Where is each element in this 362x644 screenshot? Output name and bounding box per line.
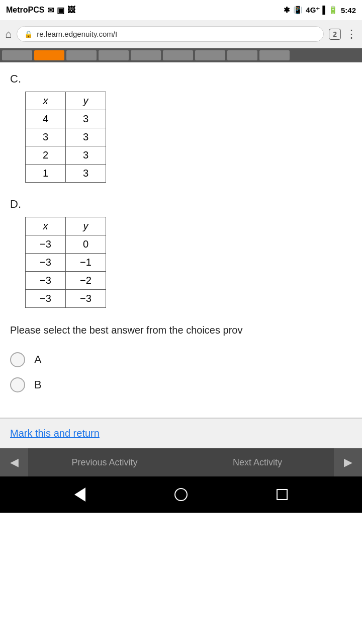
android-recents-button[interactable] xyxy=(277,489,288,500)
option-c-section: C. x y 43332313 xyxy=(10,72,352,183)
url-box[interactable]: 🔒 re.learn.edgenuity.com/I xyxy=(17,26,324,42)
photo-icon: 🖼 xyxy=(67,6,75,15)
cell-y: −1 xyxy=(66,254,106,272)
cell-y: −2 xyxy=(66,272,106,290)
cell-x: −3 xyxy=(26,272,66,290)
tab-count[interactable]: 2 xyxy=(329,29,341,40)
status-left: MetroPCS ✉ ▣ 🖼 xyxy=(6,6,75,15)
choices-container: A B xyxy=(10,352,352,392)
table-row: −3−1 xyxy=(26,254,106,272)
table-row: 13 xyxy=(26,165,106,183)
cell-x: −3 xyxy=(26,290,66,308)
tab-strip-item-7[interactable] xyxy=(195,50,225,60)
prev-activity-label[interactable]: Previous Activity xyxy=(28,457,181,468)
tab-strip-item-2[interactable] xyxy=(34,50,64,60)
option-d-header-x: x xyxy=(26,217,66,235)
table-row: −3−2 xyxy=(26,272,106,290)
mark-return-button[interactable]: Mark this and return xyxy=(10,428,100,439)
cell-x: 1 xyxy=(26,165,66,183)
email-icon: ✉ xyxy=(47,6,54,15)
tab-strip-item-8[interactable] xyxy=(227,50,257,60)
cell-y: 3 xyxy=(66,146,106,165)
browser-menu-icon[interactable]: ⋮ xyxy=(346,28,357,41)
cell-x: 2 xyxy=(26,146,66,165)
cell-x: 3 xyxy=(26,128,66,146)
browser-home-button[interactable]: ⌂ xyxy=(5,28,12,41)
tab-strip-item-9[interactable] xyxy=(259,50,290,60)
lock-icon: 🔒 xyxy=(24,30,33,38)
cell-y: −3 xyxy=(66,290,106,308)
option-c-label: C. xyxy=(10,72,352,86)
table-row: 33 xyxy=(26,128,106,146)
tab-strip xyxy=(0,48,362,62)
tab-strip-item-3[interactable] xyxy=(66,50,97,60)
mark-return-bar: Mark this and return xyxy=(0,418,362,448)
option-d-header-y: y xyxy=(66,217,106,235)
radio-button-b[interactable] xyxy=(10,377,25,392)
signal-4g-icon: 4G⁺▐ xyxy=(306,6,325,15)
battery-icon: 🔋 xyxy=(328,6,338,15)
radio-label-b: B xyxy=(34,378,42,391)
cell-y: 3 xyxy=(66,165,106,183)
tab-strip-item-5[interactable] xyxy=(131,50,161,60)
android-nav-bar xyxy=(0,476,362,513)
option-d-table: x y −30−3−1−3−2−3−3 xyxy=(25,217,106,308)
option-d-label: D. xyxy=(10,198,352,211)
radio-button-a[interactable] xyxy=(10,352,25,367)
table-row: 23 xyxy=(26,146,106,165)
radio-option-b[interactable]: B xyxy=(10,377,352,392)
cell-x: −3 xyxy=(26,235,66,254)
cell-y: 3 xyxy=(66,128,106,146)
tab-strip-item-6[interactable] xyxy=(163,50,193,60)
clock: 5:42 xyxy=(341,6,356,15)
activity-nav-bar: ◀ Previous Activity Next Activity ▶ xyxy=(0,448,362,476)
home-circle-icon xyxy=(174,488,188,501)
cell-y: 0 xyxy=(66,235,106,254)
option-c-header-x: x xyxy=(26,92,66,110)
back-triangle-icon xyxy=(74,488,85,502)
radio-option-a[interactable]: A xyxy=(10,352,352,367)
status-bar: MetroPCS ✉ ▣ 🖼 ✱ 📳 4G⁺▐ 🔋 5:42 xyxy=(0,0,362,20)
cell-y: 3 xyxy=(66,110,106,128)
carrier-text: MetroPCS xyxy=(6,6,44,15)
tab-strip-item-1[interactable] xyxy=(2,50,32,60)
vibrate-icon: 📳 xyxy=(293,6,303,15)
cell-x: 4 xyxy=(26,110,66,128)
table-row: −3−3 xyxy=(26,290,106,308)
next-activity-arrow[interactable]: ▶ xyxy=(334,448,362,476)
option-d-section: D. x y −30−3−1−3−2−3−3 xyxy=(10,198,352,308)
table-row: −30 xyxy=(26,235,106,254)
option-c-header-y: y xyxy=(66,92,106,110)
android-home-button[interactable] xyxy=(174,488,188,501)
tab-strip-item-4[interactable] xyxy=(99,50,129,60)
table-row: 43 xyxy=(26,110,106,128)
url-text: re.learn.edgenuity.com/I xyxy=(37,30,117,38)
option-c-table: x y 43332313 xyxy=(25,92,106,183)
browser-bar: ⌂ 🔒 re.learn.edgenuity.com/I 2 ⋮ xyxy=(0,20,362,48)
radio-label-a: A xyxy=(34,353,42,366)
recents-square-icon xyxy=(277,489,288,500)
next-activity-label[interactable]: Next Activity xyxy=(181,457,334,468)
cell-x: −3 xyxy=(26,254,66,272)
main-content: C. x y 43332313 D. x y −30−3−1−3−2−3−3 xyxy=(0,62,362,413)
screen-icon: ▣ xyxy=(57,6,64,15)
prompt-text: Please select the best answer from the c… xyxy=(10,323,352,337)
android-back-button[interactable] xyxy=(74,488,85,502)
bluetooth-icon: ✱ xyxy=(284,6,290,15)
status-right: ✱ 📳 4G⁺▐ 🔋 5:42 xyxy=(284,6,356,15)
prev-activity-arrow[interactable]: ◀ xyxy=(0,448,28,476)
